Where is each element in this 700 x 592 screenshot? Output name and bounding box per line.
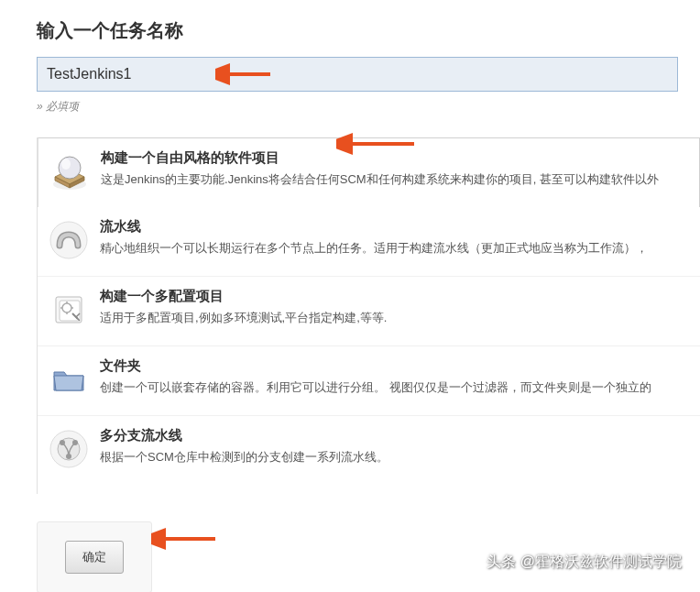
pipeline-icon bbox=[47, 218, 91, 262]
item-type-pipeline[interactable]: 流水线 精心地组织一个可以长期运行在多个节点上的任务。适用于构建流水线（更加正式… bbox=[38, 207, 700, 277]
item-name-input[interactable] bbox=[37, 57, 678, 92]
item-type-desc: 创建一个可以嵌套存储的容器。利用它可以进行分组。 视图仅仅是一个过滤器，而文件夹… bbox=[100, 379, 691, 396]
item-type-title: 文件夹 bbox=[100, 357, 691, 375]
item-type-desc: 这是Jenkins的主要功能.Jenkins将会结合任何SCM和任何构建系统来构… bbox=[101, 171, 690, 188]
watermark-text: 头条 @霍格沃兹软件测试学院 bbox=[487, 553, 682, 572]
item-type-multibranch[interactable]: 多分支流水线 根据一个SCM仓库中检测到的分支创建一系列流水线。 bbox=[38, 416, 700, 494]
item-type-title: 构建一个自由风格的软件项目 bbox=[101, 149, 690, 167]
multiconfig-icon bbox=[47, 288, 91, 332]
svg-point-7 bbox=[50, 222, 87, 258]
item-type-list: 构建一个自由风格的软件项目 这是Jenkins的主要功能.Jenkins将会结合… bbox=[37, 137, 700, 494]
item-type-desc: 精心地组织一个可以长期运行在多个节点上的任务。适用于构建流水线（更加正式地应当称… bbox=[100, 240, 691, 257]
svg-point-3 bbox=[59, 157, 81, 179]
freestyle-project-icon bbox=[48, 149, 92, 193]
item-type-multiconfig[interactable]: 构建一个多配置项目 适用于多配置项目,例如多环境测试,平台指定构建,等等. bbox=[38, 277, 700, 346]
required-hint: » 必填项 bbox=[37, 99, 700, 115]
submit-area: 确定 bbox=[37, 521, 152, 592]
item-type-freestyle[interactable]: 构建一个自由风格的软件项目 这是Jenkins的主要功能.Jenkins将会结合… bbox=[38, 137, 700, 207]
item-type-desc: 适用于多配置项目,例如多环境测试,平台指定构建,等等. bbox=[100, 310, 691, 326]
item-type-desc: 根据一个SCM仓库中检测到的分支创建一系列流水线。 bbox=[100, 449, 691, 466]
page-title: 输入一个任务名称 bbox=[37, 18, 700, 43]
svg-point-4 bbox=[61, 159, 71, 170]
item-type-title: 多分支流水线 bbox=[100, 427, 691, 444]
item-type-folder[interactable]: 文件夹 创建一个可以嵌套存储的容器。利用它可以进行分组。 视图仅仅是一个过滤器，… bbox=[38, 346, 700, 416]
ok-button[interactable]: 确定 bbox=[65, 541, 124, 574]
arrow-annotation-icon bbox=[151, 526, 220, 552]
folder-icon bbox=[47, 357, 91, 401]
item-type-title: 流水线 bbox=[100, 218, 691, 236]
multibranch-pipeline-icon bbox=[47, 427, 91, 471]
item-type-title: 构建一个多配置项目 bbox=[100, 288, 691, 305]
